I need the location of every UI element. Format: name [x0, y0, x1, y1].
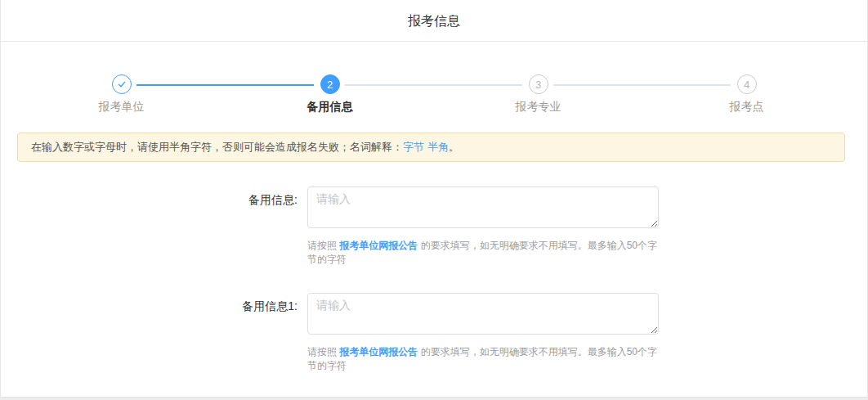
byte-definition-link[interactable]: 字节 [403, 141, 424, 153]
check-icon [117, 79, 127, 89]
backup-info1-help: 请按照 报考单位网报公告 的要求填写，如无明确要求不用填写。最多输入50个字节的… [307, 345, 659, 373]
step-wizard: 报考单位 2 备用信息 3 报考专业 4 报考点 [1, 42, 867, 115]
step-label: 报考点 [730, 100, 764, 115]
step-connector [345, 84, 522, 86]
step-application-unit: 报考单位 [17, 74, 226, 115]
application-card: 报考信息 报考单位 2 备用信息 3 报考专业 4 报考点 在输入数字或字母时，… [0, 0, 868, 398]
backup-info-textarea[interactable] [307, 187, 659, 228]
unit-announcement-link[interactable]: 报考单位网报公告 [339, 346, 418, 357]
halfwidth-definition-link[interactable]: 半角 [427, 141, 449, 153]
step-connector [136, 84, 314, 86]
backup-info-label: 备用信息: [1, 187, 307, 267]
help-text: 请按照 [307, 346, 339, 357]
step-label: 报考单位 [99, 100, 145, 115]
page-title: 报考信息 [1, 0, 867, 42]
step-number-circle: 2 [320, 74, 340, 94]
backup-info-row: 备用信息: 请按照 报考单位网报公告 的要求填写，如无明确要求不用填写。最多输入… [1, 187, 867, 267]
backup-info1-label: 备用信息1: [1, 293, 307, 373]
step-exam-site: 4 报考点 [642, 74, 851, 115]
halfwidth-warning-banner: 在输入数字或字母时，请使用半角字符，否则可能会造成报名失败；名词解释：字节半角。 [17, 133, 845, 162]
warning-text: 在输入数字或字母时，请使用半角字符，否则可能会造成报名失败；名词解释： [31, 141, 403, 153]
step-number-circle: 4 [737, 74, 757, 94]
step-number-circle: 3 [529, 74, 548, 94]
help-text: 请按照 [307, 240, 339, 251]
step-major: 3 报考专业 [434, 74, 642, 115]
step-check-circle [112, 74, 132, 94]
step-label: 报考专业 [516, 100, 562, 115]
unit-announcement-link[interactable]: 报考单位网报公告 [339, 240, 418, 251]
step-label: 备用信息 [307, 100, 353, 115]
step-backup-info: 2 备用信息 [226, 74, 434, 115]
warning-text-end: 。 [449, 141, 459, 153]
backup-info1-row: 备用信息1: 请按照 报考单位网报公告 的要求填写，如无明确要求不用填写。最多输… [1, 293, 867, 373]
backup-info-help: 请按照 报考单位网报公告 的要求填写，如无明确要求不用填写。最多输入50个字节的… [307, 239, 659, 267]
backup-info-form: 备用信息: 请按照 报考单位网报公告 的要求填写，如无明确要求不用填写。最多输入… [1, 187, 867, 400]
backup-info1-textarea[interactable] [307, 293, 659, 335]
step-connector [553, 84, 731, 86]
